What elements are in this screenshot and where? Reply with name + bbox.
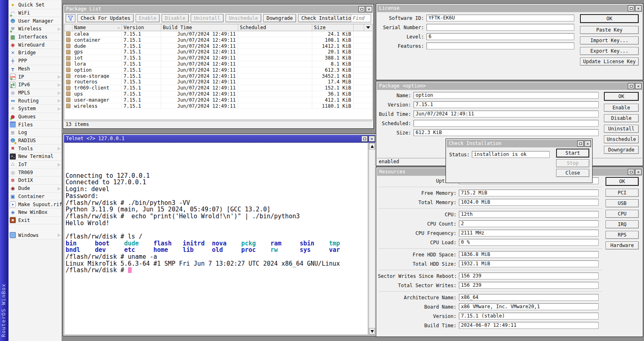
level-field[interactable]: 6: [426, 33, 574, 40]
table-row[interactable]: dude7.15.1Jun/07/2024 12:49:111412.1 KiB: [64, 43, 372, 49]
export-key-button[interactable]: Export Key...: [580, 47, 639, 55]
sidebar-item-container[interactable]: Container: [9, 193, 62, 201]
table-row[interactable]: lora7.15.1Jun/07/2024 12:49:118.1 KiB: [64, 61, 372, 67]
column-header-scheduled[interactable]: Scheduled: [238, 24, 312, 31]
sidebar-item-radius[interactable]: RADIUS: [9, 137, 62, 145]
ok-button[interactable]: OK: [604, 92, 639, 101]
table-row[interactable]: calea7.15.1Jun/07/2024 12:49:1124.1 KiB: [64, 31, 372, 37]
hardware-button[interactable]: Hardware: [606, 241, 639, 249]
downgrade-button[interactable]: Downgrade: [604, 146, 639, 154]
telnet-titlebar[interactable]: Telnet <7> 127.0.0.1 ✕: [64, 135, 375, 143]
sidebar-item-windows[interactable]: Windows▷: [9, 231, 62, 239]
license-titlebar[interactable]: License ✕: [377, 4, 642, 12]
sidebar-item-make-supout-rif[interactable]: Make Supout.rif: [9, 200, 62, 209]
name-field[interactable]: option: [414, 92, 599, 99]
package-list-titlebar[interactable]: Package List ✕: [64, 5, 373, 13]
sidebar-item-bridge[interactable]: Bridge: [9, 49, 62, 57]
close-icon[interactable]: ✕: [635, 83, 642, 89]
scroll-up-icon[interactable]: [369, 143, 375, 149]
table-row[interactable]: tr069-client7.15.1Jun/07/2024 12:49:1115…: [64, 85, 372, 91]
cpu-frequency-field[interactable]: 2111 MHz: [459, 230, 599, 237]
sidebar-item-log[interactable]: Log: [9, 129, 62, 137]
version-field[interactable]: 7.15.1: [414, 101, 599, 108]
usb-button[interactable]: USB: [606, 199, 639, 207]
free-hdd-space-field[interactable]: 1836.8 MiB: [459, 251, 599, 258]
table-row[interactable]: routeros7.15.1Jun/07/2024 12:49:1117.4 M…: [64, 79, 372, 85]
table-row[interactable]: container7.15.1Jun/07/2024 12:49:11108.1…: [64, 37, 372, 43]
sidebar-item-mesh[interactable]: Mesh: [9, 65, 62, 73]
check-for-updates-button[interactable]: Check For Updates: [77, 14, 134, 22]
column-header-name[interactable]: Name: [73, 24, 122, 31]
total-sector-writes-field[interactable]: 156 239: [459, 282, 599, 289]
column-header-size[interactable]: Size: [312, 24, 354, 31]
sidebar-item-wifi[interactable]: WiFi: [9, 9, 62, 17]
import-key-button[interactable]: Import Key...: [580, 36, 639, 45]
downgrade-button[interactable]: Downgrade: [263, 14, 296, 22]
sidebar-item-new-winbox[interactable]: New WinBox: [9, 209, 62, 217]
enable-button[interactable]: Enable: [604, 104, 639, 112]
sidebar-item-ppp[interactable]: PPP: [9, 57, 62, 65]
total-hdd-size-field[interactable]: 1932.1 MiB: [459, 260, 599, 267]
sidebar-item-ip[interactable]: IP▷: [9, 73, 62, 81]
cpu-button[interactable]: CPU: [606, 210, 639, 218]
close-icon[interactable]: ✕: [366, 6, 372, 12]
architecture-name-field[interactable]: x86_64: [459, 294, 599, 301]
ok-button[interactable]: OK: [606, 177, 639, 186]
check-installation-titlebar[interactable]: Check Installation ✕: [447, 140, 591, 147]
table-row[interactable]: rose-storage7.15.1Jun/07/2024 12:49:1134…: [64, 73, 372, 79]
sidebar-item-files[interactable]: Files: [9, 121, 62, 129]
cpu-field[interactable]: 12th: [459, 211, 599, 218]
table-row[interactable]: ups7.15.1Jun/07/2024 12:49:1136.1 KiB: [64, 91, 372, 97]
build-time-field[interactable]: Jun/07/2024 12:49:11: [414, 111, 599, 117]
update-license-key-button[interactable]: Update License Key: [580, 58, 639, 66]
version-field[interactable]: 7.15.1 (stable): [459, 313, 599, 320]
status-field[interactable]: installation is ok: [472, 151, 550, 158]
cpu-load-field[interactable]: 0 %: [459, 239, 599, 246]
terminal-output[interactable]: Connecting to 127.0.0.1Connected to 127.…: [64, 143, 368, 335]
column-header-build-time[interactable]: Build Time: [161, 24, 238, 31]
disable-button[interactable]: Disable: [604, 114, 639, 122]
start-button[interactable]: Start: [556, 149, 589, 158]
table-row[interactable]: user-manager7.15.1Jun/07/2024 12:49:1141…: [64, 97, 372, 103]
rps-button[interactable]: RPS: [606, 231, 639, 239]
close-icon[interactable]: ✕: [635, 169, 642, 175]
sidebar-item-exit[interactable]: Exit: [9, 217, 62, 225]
check-installation-button[interactable]: Check Installation: [298, 14, 357, 22]
table-row[interactable]: iot7.15.1Jun/07/2024 12:49:11388.1 KiB: [64, 55, 372, 61]
table-row[interactable]: wireless7.15.1Jun/07/2024 12:49:111180.1…: [64, 103, 372, 109]
table-row[interactable]: gps7.15.1Jun/07/2024 12:49:1120.1 KiB: [64, 49, 372, 55]
sidebar-item-quick-set[interactable]: Quick Set: [9, 1, 62, 9]
maximize-icon[interactable]: [628, 169, 634, 175]
sidebar-item-iot[interactable]: IoT▷: [9, 161, 62, 169]
maximize-icon[interactable]: [628, 83, 634, 89]
sidebar-item-queues[interactable]: Queues: [9, 113, 62, 121]
maximize-icon[interactable]: [628, 5, 634, 11]
find-input[interactable]: [351, 14, 371, 22]
maximize-icon[interactable]: [358, 6, 365, 12]
close-icon[interactable]: ✕: [635, 5, 642, 11]
ok-button[interactable]: OK: [580, 14, 639, 23]
total-memory-field[interactable]: 1024.0 MiB: [459, 199, 599, 206]
paste-key-button[interactable]: Paste Key: [580, 26, 639, 34]
pci-button[interactable]: PCI: [606, 189, 639, 197]
sidebar-item-routing[interactable]: Routing▷: [9, 97, 62, 105]
sidebar-item-new-terminal[interactable]: New Terminal: [9, 153, 62, 161]
scroll-down-icon[interactable]: [369, 328, 375, 335]
close-icon[interactable]: ✕: [369, 136, 375, 142]
column-header-icon[interactable]: [64, 24, 73, 31]
column-header-version[interactable]: Version: [122, 24, 161, 31]
uninstall-button[interactable]: Uninstall: [604, 125, 639, 133]
sidebar-item-wireless[interactable]: Wireless▷: [9, 25, 62, 33]
features-field[interactable]: [426, 43, 574, 49]
sidebar-item-mpls[interactable]: MPLS▷: [9, 89, 62, 97]
serial-number-field[interactable]: [426, 24, 574, 31]
terminal-scrollbar[interactable]: [369, 143, 375, 335]
sidebar-item-tools[interactable]: Tools▷: [9, 145, 62, 153]
cpu-count-field[interactable]: 2: [459, 220, 599, 227]
close-button[interactable]: Close: [556, 169, 589, 177]
package-option-titlebar[interactable]: Package <option> ✕: [377, 82, 642, 90]
table-row[interactable]: option7.15.1Jun/07/2024 12:49:11612.3 Ki…: [64, 67, 372, 73]
build-time-field[interactable]: 2024-06-07 12:49:11: [459, 322, 599, 329]
maximize-icon[interactable]: [361, 136, 368, 142]
size-field[interactable]: 612.3 KiB: [414, 129, 599, 136]
